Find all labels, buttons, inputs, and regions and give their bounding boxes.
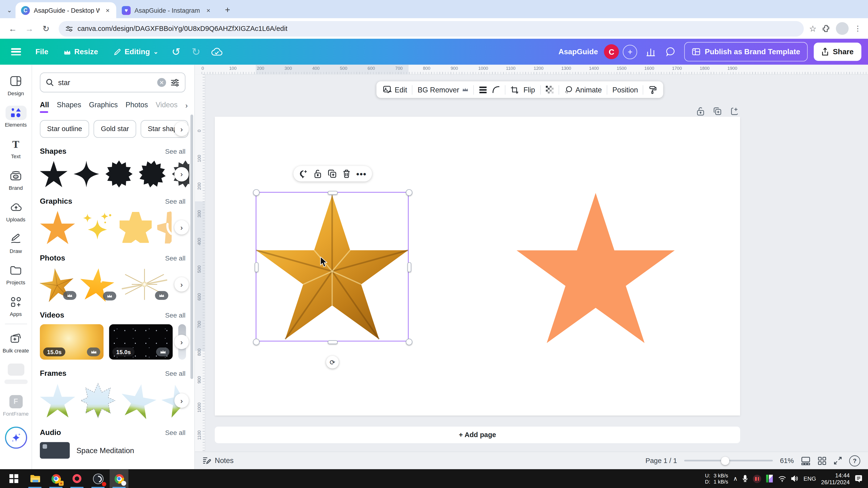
- corner-rounding-icon[interactable]: [492, 86, 500, 94]
- publish-brand-template-button[interactable]: Publish as Brand Template: [684, 42, 808, 61]
- animate-button[interactable]: Animate: [564, 86, 602, 94]
- shape-sparkle-item[interactable]: [73, 161, 100, 188]
- editing-mode-button[interactable]: Editing ⌄: [108, 43, 164, 61]
- language-indicator[interactable]: ENG: [803, 475, 816, 482]
- main-menu-hamburger-icon[interactable]: [7, 48, 26, 55]
- resize-handle-e[interactable]: [407, 262, 411, 272]
- fullscreen-icon[interactable]: [834, 456, 842, 465]
- graphics-next-chevron-icon[interactable]: ›: [174, 220, 189, 234]
- tab-videos[interactable]: Videos: [156, 101, 178, 113]
- video-gold-bokeh-item[interactable]: 15.0s: [40, 324, 103, 360]
- tab-close-icon[interactable]: ×: [103, 6, 112, 14]
- sidebar-item-fontframe[interactable]: F FontFrame: [0, 389, 31, 421]
- duplicate-page-icon[interactable]: [713, 107, 722, 116]
- sidebar-item-uploads[interactable]: Uploads: [0, 195, 31, 227]
- volume-icon[interactable]: [791, 475, 799, 482]
- add-page-button[interactable]: + Add page: [215, 426, 740, 443]
- help-button[interactable]: ?: [849, 455, 860, 466]
- pages-timeline-icon[interactable]: [801, 456, 810, 465]
- sidebar-item-bulk-create[interactable]: Bulk create: [0, 326, 31, 358]
- more-options-icon[interactable]: •••: [356, 169, 367, 178]
- frame-burst-star-item[interactable]: [81, 382, 115, 419]
- add-page-icon[interactable]: [730, 107, 739, 116]
- tab-photos[interactable]: Photos: [125, 101, 148, 113]
- grid-view-icon[interactable]: [817, 456, 827, 465]
- notification-center-icon[interactable]: [855, 475, 863, 483]
- wifi-icon[interactable]: [779, 476, 786, 482]
- sidebar-item-design[interactable]: Design: [0, 69, 31, 101]
- shapes-see-all-link[interactable]: See all: [165, 148, 185, 155]
- edit-image-button[interactable]: Edit: [383, 86, 407, 94]
- shape-star-item[interactable]: [40, 161, 67, 188]
- sidebar-item-projects[interactable]: Projects: [0, 258, 31, 290]
- videos-see-all-link[interactable]: See all: [165, 311, 185, 319]
- comments-icon[interactable]: [664, 47, 678, 56]
- video-starfield-item[interactable]: 15.0s: [109, 324, 173, 360]
- graphic-star-item[interactable]: [157, 212, 172, 243]
- notes-button[interactable]: Notes: [203, 456, 234, 465]
- new-tab-button[interactable]: +: [220, 3, 235, 17]
- add-member-icon[interactable]: +: [623, 44, 637, 59]
- resize-handle-s[interactable]: [328, 340, 338, 344]
- start-button[interactable]: [4, 469, 23, 488]
- clock[interactable]: 14:44 26/11/2024: [821, 472, 850, 485]
- shapes-next-chevron-icon[interactable]: ›: [174, 167, 189, 181]
- photo-glossy-star-item[interactable]: [80, 267, 114, 302]
- insights-chart-icon[interactable]: [644, 47, 658, 56]
- bg-remover-button[interactable]: BG Remover: [418, 86, 468, 94]
- resize-handle-n[interactable]: [328, 191, 338, 195]
- bookmark-star-icon[interactable]: ☆: [809, 24, 816, 33]
- chips-next-chevron-icon[interactable]: ›: [174, 122, 189, 136]
- rotate-handle[interactable]: ⟳: [326, 356, 339, 368]
- canvas-orange-star-element[interactable]: [515, 190, 677, 345]
- audio-track-row[interactable]: Space Meditation: [40, 442, 185, 459]
- microphone-icon[interactable]: [743, 475, 748, 483]
- selection-box[interactable]: [256, 192, 408, 341]
- tab-all[interactable]: All: [40, 101, 49, 113]
- photos-next-chevron-icon[interactable]: ›: [174, 277, 189, 292]
- forward-icon[interactable]: →: [22, 21, 36, 36]
- transparency-icon[interactable]: [546, 86, 553, 94]
- tab-close-icon[interactable]: ×: [204, 6, 213, 14]
- graphics-see-all-link[interactable]: See all: [165, 197, 185, 205]
- copy-style-roller-icon[interactable]: [648, 86, 657, 94]
- resize-handle-se[interactable]: [406, 338, 412, 345]
- browser-tab-canva-wallpaper[interactable]: C AsapGuide - Desktop Wallpape ×: [16, 2, 116, 18]
- redo-icon[interactable]: ↻: [188, 45, 204, 58]
- browser-menu-kebab-icon[interactable]: ⋮: [854, 24, 861, 33]
- chip-gold-star[interactable]: Gold star: [94, 120, 136, 138]
- taskbar-chrome-active[interactable]: [110, 469, 129, 488]
- search-input[interactable]: star ✕: [40, 72, 185, 92]
- resize-handle-nw[interactable]: [253, 189, 260, 196]
- videos-next-chevron-icon[interactable]: ›: [174, 335, 189, 349]
- capture-app-icon[interactable]: [766, 475, 774, 483]
- frames-see-all-link[interactable]: See all: [165, 369, 185, 377]
- position-button[interactable]: Position: [612, 86, 638, 94]
- share-button[interactable]: Share: [814, 43, 861, 61]
- frame-star-item[interactable]: [121, 382, 156, 419]
- browser-profile-avatar[interactable]: [836, 22, 849, 35]
- shape-burst-item[interactable]: [105, 161, 133, 188]
- site-settings-icon[interactable]: [65, 25, 73, 32]
- add-comment-icon[interactable]: [299, 169, 308, 178]
- taskbar-obs[interactable]: [89, 469, 107, 488]
- undo-icon[interactable]: ↺: [168, 45, 184, 58]
- magic-assistant-button[interactable]: [5, 426, 27, 449]
- browser-tab-canva-instagram[interactable]: ♥ AsapGuide - Instagram Post ×: [116, 2, 217, 18]
- zoom-slider[interactable]: [684, 460, 773, 461]
- sidebar-item-brand[interactable]: co Brand: [0, 164, 31, 195]
- panel-scrollbar[interactable]: [190, 115, 193, 379]
- sidebar-item-text[interactable]: T Text: [0, 132, 31, 164]
- photo-sparkle-burst-item[interactable]: [120, 268, 169, 301]
- flip-button[interactable]: Flip: [523, 86, 535, 94]
- taskbar-opera[interactable]: [67, 469, 86, 488]
- duplicate-icon[interactable]: [328, 169, 336, 178]
- resize-button[interactable]: Resize: [58, 43, 103, 61]
- graphic-puffy-star-item[interactable]: [120, 212, 152, 243]
- lock-page-icon[interactable]: [696, 107, 705, 116]
- tray-expand-chevron-icon[interactable]: ∧: [733, 475, 738, 482]
- reload-icon[interactable]: ↻: [39, 21, 53, 36]
- tab-shapes[interactable]: Shapes: [57, 101, 81, 113]
- photos-see-all-link[interactable]: See all: [165, 254, 185, 262]
- filters-icon[interactable]: [478, 86, 487, 94]
